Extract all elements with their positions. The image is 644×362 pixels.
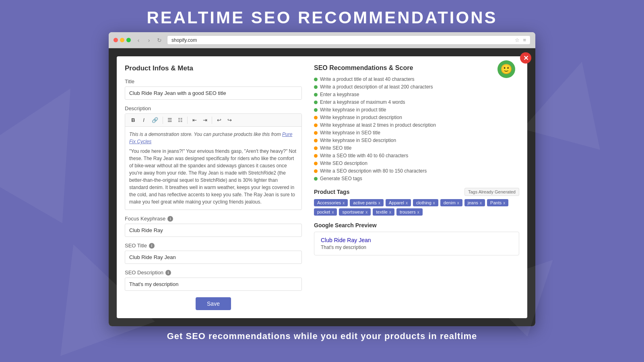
seo-rec-item: Write a SEO description with 80 to 150 c… bbox=[314, 168, 519, 174]
back-button[interactable]: ‹ bbox=[134, 36, 143, 45]
keyphrase-field-group: Focus Keyphrase i bbox=[125, 216, 302, 237]
editor-container: B I 🔗 ☰ ☷ ⇤ ⇥ ↩ ↪ bbox=[125, 113, 302, 210]
rec-dot-green bbox=[314, 78, 318, 81]
title-field-group: Title bbox=[125, 78, 302, 100]
editor-toolbar: B I 🔗 ☰ ☷ ⇤ ⇥ ↩ ↪ bbox=[125, 114, 301, 127]
seo-desc-field-group: SEO Description i bbox=[125, 269, 302, 291]
rec-dot-orange bbox=[314, 131, 318, 135]
seo-rec-item: Enter a keyphrase of maximum 4 words bbox=[314, 99, 519, 105]
seo-rec-item: Write SEO title bbox=[314, 145, 519, 151]
browser-dots bbox=[114, 38, 131, 42]
indent-left-icon: ⇤ bbox=[192, 117, 197, 123]
tag-chip: Accessoriesx bbox=[314, 199, 348, 206]
indent-right-button[interactable]: ⇥ bbox=[200, 116, 210, 124]
tag-chip: pocketx bbox=[314, 208, 337, 216]
seo-title-label: SEO Title i bbox=[125, 243, 302, 249]
browser-nav: ‹ › ↻ bbox=[134, 36, 164, 45]
right-panel-title: SEO Recommendations & Score bbox=[314, 64, 519, 72]
tag-chip: clothingx bbox=[413, 199, 438, 206]
url-bar[interactable]: shopify.com ☆ ≡ bbox=[167, 35, 530, 45]
tag-label: sportswear bbox=[342, 210, 364, 214]
tags-generated-button[interactable]: Tags Already Generated bbox=[464, 188, 519, 196]
tags-container: Accessoriesxactive pantsxApparelxclothin… bbox=[314, 199, 519, 216]
url-text: shopify.com bbox=[171, 37, 197, 43]
dot-green[interactable] bbox=[126, 38, 131, 42]
rec-text: Write a SEO title with 40 to 60 characte… bbox=[320, 153, 408, 158]
tag-remove-button[interactable]: x bbox=[480, 201, 482, 205]
tag-label: Pants bbox=[490, 200, 502, 205]
keyphrase-input[interactable] bbox=[125, 224, 302, 237]
tag-remove-button[interactable]: x bbox=[457, 201, 459, 205]
undo-button[interactable]: ↩ bbox=[214, 116, 224, 124]
seo-rec-item: Generate SEO tags bbox=[314, 176, 519, 181]
seo-desc-info-icon[interactable]: i bbox=[165, 270, 171, 276]
product-tags-header: Product Tags Tags Already Generated bbox=[314, 188, 519, 196]
tag-label: trousers bbox=[400, 210, 416, 214]
italic-button[interactable]: I bbox=[139, 116, 149, 124]
seo-title-info-icon[interactable]: i bbox=[149, 243, 155, 249]
tag-remove-button[interactable]: x bbox=[417, 210, 419, 214]
tag-label: Accessories bbox=[317, 200, 341, 205]
rec-text: Enter a keyphrase of maximum 4 words bbox=[320, 99, 405, 105]
tag-chip: jeansx bbox=[464, 199, 485, 206]
dot-red[interactable] bbox=[114, 38, 118, 42]
smiley-button[interactable]: 🙂 bbox=[497, 60, 515, 78]
indent-right-icon: ⇥ bbox=[203, 117, 207, 123]
dot-yellow[interactable] bbox=[120, 38, 124, 42]
bold-icon: B bbox=[131, 117, 135, 123]
save-button[interactable]: Save bbox=[196, 297, 231, 310]
rec-text: Write a SEO description with 80 to 150 c… bbox=[320, 168, 427, 174]
refresh-button[interactable]: ↻ bbox=[155, 36, 164, 45]
ol-button[interactable]: ☷ bbox=[175, 116, 185, 124]
rec-text: Enter a keyphrase bbox=[320, 92, 359, 97]
rec-dot-green bbox=[314, 177, 318, 181]
tag-chip: sportswearx bbox=[339, 208, 371, 216]
seo-desc-label: SEO Description i bbox=[125, 269, 302, 276]
seo-rec-item: Write SEO description bbox=[314, 160, 519, 166]
product-tags-title: Product Tags bbox=[314, 189, 349, 195]
google-preview-result-title: Club Ride Ray Jean bbox=[321, 237, 512, 243]
forward-button[interactable]: › bbox=[144, 36, 153, 45]
seo-desc-input[interactable] bbox=[125, 278, 302, 291]
tag-remove-button[interactable]: x bbox=[343, 201, 345, 205]
tag-remove-button[interactable]: x bbox=[378, 201, 380, 205]
close-button[interactable]: ✕ bbox=[520, 52, 531, 64]
browser-window: ‹ › ↻ shopify.com ☆ ≡ ✕ bbox=[109, 32, 535, 326]
indent-left-button[interactable]: ⇤ bbox=[190, 116, 199, 124]
tag-label: clothing bbox=[416, 200, 431, 205]
tag-chip: trousersx bbox=[396, 208, 423, 216]
rec-dot-orange bbox=[314, 123, 318, 127]
tag-remove-button[interactable]: x bbox=[503, 201, 505, 205]
rec-text: Write SEO description bbox=[320, 160, 367, 166]
tag-remove-button[interactable]: x bbox=[365, 210, 367, 214]
tag-remove-button[interactable]: x bbox=[389, 210, 391, 214]
keyphrase-info-icon[interactable]: i bbox=[167, 216, 173, 222]
bottom-heading: Get SEO recommendations while you edit y… bbox=[167, 331, 477, 341]
tag-chip: denimx bbox=[440, 199, 462, 206]
rec-dot-orange bbox=[314, 116, 318, 119]
seo-title-input[interactable] bbox=[125, 251, 302, 264]
rec-dot-orange bbox=[314, 162, 318, 165]
rec-dot-orange bbox=[314, 154, 318, 158]
editor-body[interactable]: This is a demonstration store. You can p… bbox=[125, 127, 301, 210]
seo-rec-item: Write a product description of at least … bbox=[314, 84, 519, 90]
tag-remove-button[interactable]: x bbox=[433, 201, 435, 205]
ul-button[interactable]: ☰ bbox=[165, 116, 175, 124]
bold-button[interactable]: B bbox=[128, 116, 138, 124]
rec-text: Write keyphrase in SEO title bbox=[320, 130, 380, 136]
rec-dot-orange bbox=[314, 169, 318, 173]
tag-label: pocket bbox=[317, 210, 330, 214]
link-button[interactable]: 🔗 bbox=[149, 116, 161, 124]
keyphrase-label: Focus Keyphrase i bbox=[125, 216, 302, 222]
rec-text: Write keyphrase in product description bbox=[320, 115, 402, 120]
rec-text: Write SEO title bbox=[320, 145, 351, 151]
tag-remove-button[interactable]: x bbox=[332, 210, 334, 214]
title-input[interactable] bbox=[125, 86, 302, 100]
tag-remove-button[interactable]: x bbox=[406, 201, 408, 205]
seo-rec-item: Write a product title of at least 40 cha… bbox=[314, 76, 519, 82]
rec-text: Write a product description of at least … bbox=[320, 84, 433, 90]
redo-button[interactable]: ↪ bbox=[225, 116, 234, 124]
description-field-group: Description B I 🔗 ☰ ☷ ⇤ ⇥ bbox=[125, 105, 302, 210]
rec-dot-green bbox=[314, 108, 318, 112]
rec-text: Write keyphrase at least 2 times in prod… bbox=[320, 122, 436, 128]
